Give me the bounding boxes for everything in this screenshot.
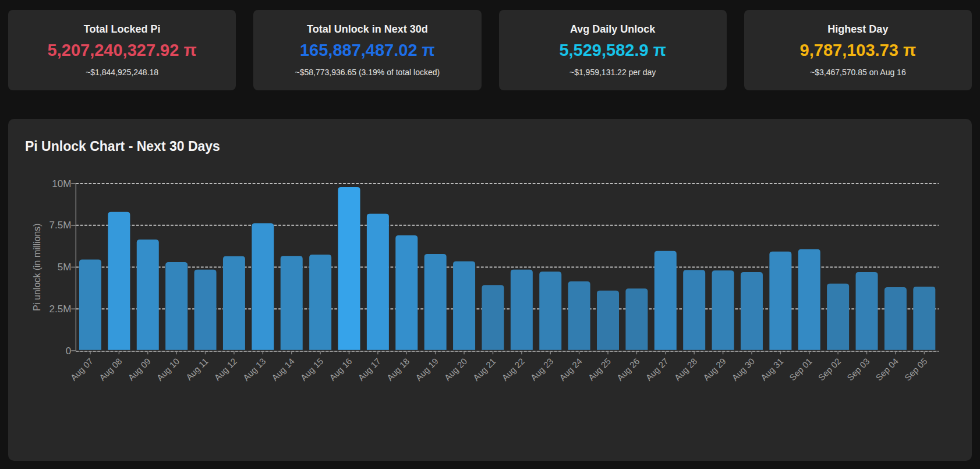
svg-text:Aug 19: Aug 19 [413,356,440,383]
svg-text:Sep 03: Sep 03 [845,356,872,383]
svg-text:Aug 21: Aug 21 [471,356,498,383]
svg-text:Aug 09: Aug 09 [126,356,153,383]
svg-text:Sep 05: Sep 05 [903,356,929,383]
svg-text:Aug 30: Aug 30 [730,356,756,383]
svg-text:Aug 18: Aug 18 [385,356,412,383]
svg-text:Pi unlock (in millions): Pi unlock (in millions) [32,223,42,311]
svg-text:Aug 12: Aug 12 [212,356,239,383]
svg-text:Aug 07: Aug 07 [68,356,95,383]
svg-text:2.5M: 2.5M [49,304,72,315]
svg-text:Aug 27: Aug 27 [643,356,670,383]
svg-text:Aug 16: Aug 16 [327,356,354,383]
svg-text:0: 0 [66,345,71,357]
svg-text:Sep 02: Sep 02 [816,356,843,383]
svg-text:Aug 13: Aug 13 [241,356,268,383]
svg-text:Aug 11: Aug 11 [184,356,210,382]
svg-text:7.5M: 7.5M [49,220,72,231]
svg-text:Aug 10: Aug 10 [155,356,182,383]
svg-text:Aug 15: Aug 15 [299,356,326,383]
svg-text:Aug 14: Aug 14 [270,356,296,383]
svg-text:Sep 04: Sep 04 [873,356,900,383]
svg-text:Aug 08: Aug 08 [97,356,124,383]
svg-text:10M: 10M [52,178,71,189]
svg-text:Sep 01: Sep 01 [787,356,814,383]
svg-text:Aug 23: Aug 23 [529,356,556,383]
svg-text:Aug 25: Aug 25 [586,356,613,383]
svg-text:5M: 5M [58,262,72,273]
svg-text:Aug 22: Aug 22 [500,356,526,383]
svg-text:Aug 24: Aug 24 [557,356,584,383]
svg-text:Aug 17: Aug 17 [356,356,383,383]
svg-text:Aug 31: Aug 31 [759,356,786,383]
svg-text:Aug 28: Aug 28 [673,356,699,383]
svg-text:Aug 26: Aug 26 [615,356,642,383]
svg-text:Aug 20: Aug 20 [443,356,469,383]
svg-text:Aug 29: Aug 29 [701,356,728,383]
